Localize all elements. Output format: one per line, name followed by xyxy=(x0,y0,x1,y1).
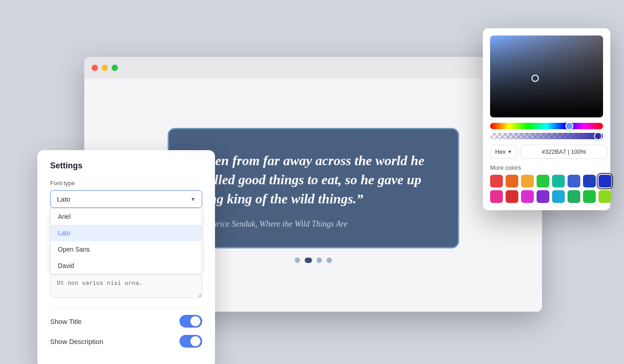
toggle-knob-description xyxy=(190,336,200,346)
font-type-select[interactable]: Ariel Lato Open Sans David xyxy=(50,190,202,208)
swatch-yellow-green[interactable] xyxy=(598,190,611,203)
slide-quote: “Then from far away across the world he … xyxy=(193,151,434,208)
dot-4[interactable] xyxy=(327,258,332,263)
color-swatches-row2 xyxy=(490,190,603,203)
swatch-crimson[interactable] xyxy=(506,190,518,203)
show-title-label: Show Title xyxy=(50,318,82,325)
textarea-wrapper: Ut non varius nisi urna. xyxy=(50,274,202,300)
color-format-select[interactable]: Hex ▼ xyxy=(490,145,517,159)
dropdown-item-lato[interactable]: Lato xyxy=(51,225,202,241)
font-type-label: Font type xyxy=(50,180,202,187)
dot-2[interactable] xyxy=(305,258,312,263)
settings-panel: Settings Font type Ariel Lato Open Sans … xyxy=(37,150,215,364)
divider-1 xyxy=(50,307,202,308)
hue-slider[interactable] xyxy=(490,123,603,129)
swatch-darkblue[interactable] xyxy=(583,175,596,187)
swatch-cyan[interactable] xyxy=(552,190,565,203)
settings-title: Settings xyxy=(50,161,202,171)
slide-author: — Maurice Sendak, Where the Wild Things … xyxy=(193,219,434,229)
chevron-down-icon: ▼ xyxy=(507,149,512,154)
swatch-orange[interactable] xyxy=(506,175,518,187)
more-colors-label: More colors xyxy=(490,164,603,171)
swatch-indigo[interactable] xyxy=(598,175,611,187)
alpha-slider-wrapper xyxy=(490,133,603,139)
show-description-row: Show Description xyxy=(50,335,202,348)
swatch-pink[interactable] xyxy=(490,190,503,203)
color-gradient-area[interactable] xyxy=(490,35,603,117)
color-format-label: Hex xyxy=(495,148,506,155)
font-select-wrapper: Ariel Lato Open Sans David ▼ xyxy=(50,190,202,208)
gradient-overlay xyxy=(490,35,603,117)
show-title-row: Show Title xyxy=(50,315,202,328)
description-textarea[interactable]: Ut non varius nisi urna. xyxy=(50,274,202,298)
swatch-teal[interactable] xyxy=(552,175,565,187)
dropdown-item-ariel[interactable]: Ariel xyxy=(51,208,202,225)
color-swatches-row1 xyxy=(490,175,603,187)
browser-titlebar xyxy=(84,57,542,79)
show-title-toggle[interactable] xyxy=(179,315,202,328)
show-description-toggle[interactable] xyxy=(179,335,202,348)
dropdown-item-david[interactable]: David xyxy=(51,258,202,274)
swatch-red[interactable] xyxy=(490,175,503,187)
swatch-blue[interactable] xyxy=(568,175,580,187)
swatch-purple[interactable] xyxy=(537,190,549,203)
color-picker-panel: Hex ▼ More colors xyxy=(483,28,610,210)
maximize-button[interactable] xyxy=(112,65,118,71)
swatch-emerald[interactable] xyxy=(568,190,580,203)
swatch-magenta[interactable] xyxy=(521,190,534,203)
swatch-lime[interactable] xyxy=(583,190,596,203)
minimize-button[interactable] xyxy=(102,65,108,71)
dropdown-item-opensans[interactable]: Open Sans xyxy=(51,241,202,258)
hue-thumb xyxy=(565,122,573,130)
color-inputs-row: Hex ▼ xyxy=(490,145,603,159)
show-description-label: Show Description xyxy=(50,338,103,345)
hue-slider-wrapper xyxy=(490,123,603,129)
swatch-green[interactable] xyxy=(537,175,549,187)
alpha-slider[interactable] xyxy=(490,133,603,139)
font-dropdown: Ariel Lato Open Sans David xyxy=(50,208,202,274)
dot-3[interactable] xyxy=(317,258,322,263)
dot-1[interactable] xyxy=(295,258,300,263)
close-button[interactable] xyxy=(92,65,98,71)
alpha-thumb xyxy=(594,132,602,140)
swatch-yellow[interactable] xyxy=(521,175,534,187)
toggle-knob-title xyxy=(190,316,200,326)
hex-color-input[interactable] xyxy=(521,145,607,159)
